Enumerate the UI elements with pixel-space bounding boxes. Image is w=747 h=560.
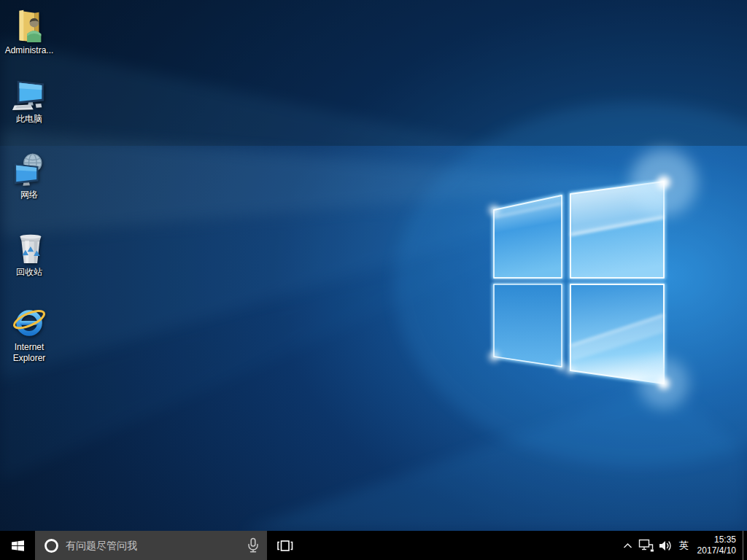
computer-icon — [11, 76, 47, 112]
desktop-icon-network[interactable]: 网络 — [1, 152, 57, 201]
taskbar-empty-area — [302, 531, 619, 560]
network-tray-button[interactable] — [637, 531, 656, 560]
desktop-icon-label: 网络 — [20, 190, 38, 201]
desktop-icon-label: 回收站 — [16, 267, 42, 278]
windows-desktop-screen: Administra... 此电脑 — [0, 0, 747, 560]
desktop-icon-recycle-bin[interactable]: 回收站 — [1, 229, 57, 278]
wallpaper — [0, 0, 747, 531]
network-tray-icon — [638, 539, 654, 552]
clock-date: 2017/4/10 — [697, 545, 736, 556]
windows-logo-icon — [12, 540, 24, 551]
volume-icon — [658, 540, 673, 552]
microphone-icon[interactable] — [247, 537, 260, 553]
desktop-icon-label: Administra... — [5, 45, 54, 56]
network-globe-icon — [11, 152, 47, 188]
tray-overflow-button[interactable] — [619, 531, 637, 560]
task-view-icon — [276, 538, 294, 553]
user-folder-icon — [11, 7, 47, 44]
desktop-area[interactable]: Administra... 此电脑 — [0, 0, 747, 531]
start-button[interactable] — [0, 531, 35, 560]
search-input[interactable] — [66, 540, 240, 551]
clock[interactable]: 15:35 2017/4/10 — [694, 531, 743, 560]
system-tray: 英 15:35 2017/4/10 — [619, 531, 747, 560]
search-box[interactable] — [35, 531, 267, 560]
cortana-circle-icon — [44, 538, 59, 553]
desktop-icon-label: Internet Explorer — [2, 342, 56, 364]
desktop-icon-administrator[interactable]: Administra... — [1, 7, 57, 56]
desktop-icon-label: 此电脑 — [16, 114, 42, 125]
desktop-icon-internet-explorer[interactable]: Internet Explorer — [1, 304, 57, 364]
desktop-icon-this-pc[interactable]: 此电脑 — [1, 76, 57, 125]
clock-time: 15:35 — [714, 534, 736, 545]
taskbar: 英 15:35 2017/4/10 — [0, 531, 747, 560]
show-desktop-button[interactable] — [743, 531, 747, 560]
chevron-up-icon — [623, 542, 632, 549]
volume-tray-button[interactable] — [656, 531, 675, 560]
internet-explorer-icon — [11, 304, 47, 341]
language-indicator[interactable]: 英 — [675, 531, 694, 560]
task-view-button[interactable] — [267, 531, 302, 560]
recycle-bin-icon — [11, 229, 47, 265]
